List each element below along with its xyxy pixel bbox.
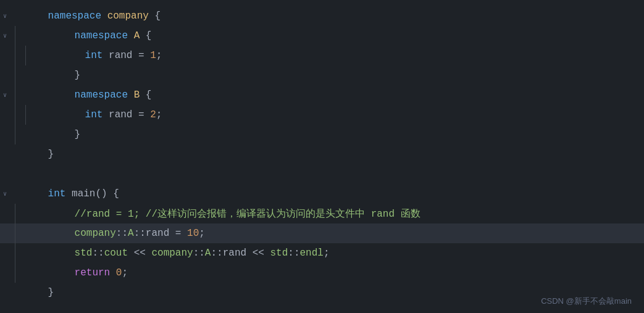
fold-icon-9[interactable]: ∨: [0, 190, 10, 198]
line-content-8: }: [10, 138, 644, 171]
no-fold-11: [0, 230, 10, 237]
fold-icon-2[interactable]: ∨: [0, 32, 10, 40]
no-fold-10: [0, 211, 10, 217]
fold-icon-5[interactable]: ∨: [0, 91, 10, 99]
no-fold-8: [0, 151, 10, 158]
code-line-8: }: [0, 144, 644, 164]
no-fold-4: [0, 72, 10, 79]
no-fold-7: [0, 131, 10, 138]
no-fold-3: [0, 52, 10, 59]
no-fold-12: [0, 250, 10, 257]
no-fold-13: [0, 270, 10, 277]
no-fold-6: [0, 112, 10, 119]
code-editor: ∨ namespace company { ∨ namespace A { in…: [0, 0, 644, 313]
no-fold-14: [0, 290, 10, 296]
fold-icon-1[interactable]: ∨: [0, 12, 10, 20]
watermark: CSDN @新手不会敲main: [541, 296, 632, 307]
